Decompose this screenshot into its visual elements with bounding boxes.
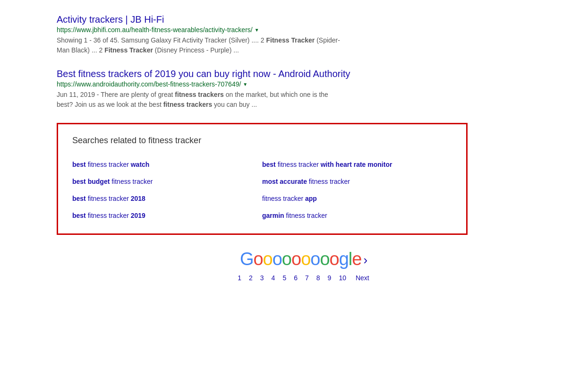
related-item-best-fitness-tracker-2018[interactable]: best fitness tracker 2018 bbox=[72, 190, 262, 207]
page-7[interactable]: 7 bbox=[305, 274, 309, 282]
page-6[interactable]: 6 bbox=[294, 274, 298, 282]
page-10[interactable]: 10 bbox=[339, 274, 346, 282]
page-5[interactable]: 5 bbox=[282, 274, 286, 282]
page-2[interactable]: 2 bbox=[249, 274, 253, 282]
logo-o7: o bbox=[310, 249, 320, 269]
search-result-jbhifi: Activity trackers | JB Hi-Fi https://www… bbox=[57, 14, 550, 55]
result-url-android-authority: https://www.androidauthority.com/best-fi… bbox=[57, 80, 550, 88]
logo-o6: o bbox=[301, 249, 310, 269]
next-button[interactable]: Next bbox=[356, 274, 369, 282]
related-item-best-fitness-tracker-2019[interactable]: best fitness tracker 2019 bbox=[72, 207, 262, 224]
page-3[interactable]: 3 bbox=[260, 274, 264, 282]
logo-o1: o bbox=[253, 249, 263, 269]
logo-e: e bbox=[352, 249, 361, 269]
google-logo: Gooooooooogle› bbox=[240, 249, 367, 269]
search-result-android-authority: Best fitness trackers of 2019 you can bu… bbox=[57, 69, 550, 110]
related-item-best-fitness-tracker-heart-rate[interactable]: best fitness tracker with heart rate mon… bbox=[262, 156, 452, 173]
page-9[interactable]: 9 bbox=[328, 274, 332, 282]
logo-o8: o bbox=[320, 249, 329, 269]
logo-o3: o bbox=[273, 249, 282, 269]
logo-o4: o bbox=[282, 249, 291, 269]
result-title-jbhifi[interactable]: Activity trackers | JB Hi-Fi bbox=[57, 14, 550, 25]
logo-o2: o bbox=[263, 249, 273, 269]
result-title-android-authority[interactable]: Best fitness trackers of 2019 you can bu… bbox=[57, 69, 550, 79]
related-item-best-fitness-tracker-watch[interactable]: best fitness tracker watch bbox=[72, 156, 262, 173]
result-url-jbhifi: https://www.jbhifi.com.au/health-fitness… bbox=[57, 26, 550, 34]
related-item-most-accurate-fitness-tracker[interactable]: most accurate fitness tracker bbox=[262, 173, 452, 190]
related-item-garmin-fitness-tracker[interactable]: garmin fitness tracker bbox=[262, 207, 452, 224]
related-item-fitness-tracker-app[interactable]: fitness tracker app bbox=[262, 190, 452, 207]
page-8[interactable]: 8 bbox=[316, 274, 320, 282]
page-numbers: 1 2 3 4 5 6 7 8 9 10 Next bbox=[238, 274, 369, 282]
result-link-android-authority[interactable]: Best fitness trackers of 2019 you can bu… bbox=[57, 69, 350, 79]
logo-o9: o bbox=[330, 249, 339, 269]
related-searches-box: Searches related to fitness tracker best… bbox=[57, 123, 468, 235]
url-text-jbhifi: https://www.jbhifi.com.au/health-fitness… bbox=[57, 26, 253, 34]
logo-chevron: › bbox=[363, 253, 367, 267]
pagination-section: Gooooooooogle› 1 2 3 4 5 6 7 8 9 10 Next bbox=[57, 249, 550, 282]
logo-g2: g bbox=[339, 249, 349, 269]
url-text-android-authority: https://www.androidauthority.com/best-fi… bbox=[57, 80, 241, 88]
logo-g: G bbox=[240, 249, 254, 269]
dropdown-arrow-jbhifi[interactable]: ▼ bbox=[255, 27, 259, 33]
result-desc-jbhifi: Showing 1 - 36 of 45. Samsung Galaxy Fit… bbox=[57, 35, 340, 55]
dropdown-arrow-android-authority[interactable]: ▼ bbox=[243, 82, 247, 87]
page-4[interactable]: 4 bbox=[272, 274, 275, 282]
related-item-best-budget-fitness-tracker[interactable]: best budget fitness tracker bbox=[72, 173, 262, 190]
result-desc-android-authority: Jun 11, 2019 - There are plenty of great… bbox=[57, 90, 340, 110]
related-searches-title: Searches related to fitness tracker bbox=[72, 136, 452, 146]
logo-o5: o bbox=[291, 249, 301, 269]
result-link-jbhifi[interactable]: Activity trackers | JB Hi-Fi bbox=[57, 14, 164, 25]
page-1[interactable]: 1 bbox=[238, 274, 241, 282]
related-searches-grid: best fitness tracker watch best fitness … bbox=[72, 156, 452, 224]
